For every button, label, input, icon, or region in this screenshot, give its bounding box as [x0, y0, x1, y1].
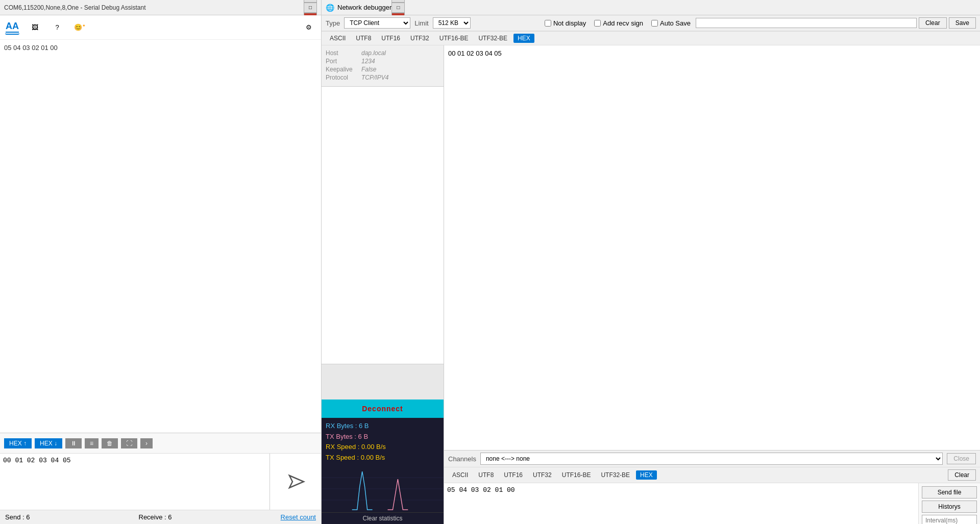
auto-save-checkbox[interactable]: [651, 20, 658, 27]
close-button[interactable]: Close: [947, 453, 976, 464]
channels-label: Channels: [448, 455, 476, 463]
network-right-column: 00 01 02 03 04 05 Channels none <---> no…: [444, 45, 980, 524]
enc-utf8-btn[interactable]: UTF8: [352, 34, 375, 43]
limit-label: Limit: [414, 19, 428, 27]
serial-input-row: [0, 454, 321, 510]
enc-ascii-btn[interactable]: ASCII: [326, 34, 350, 43]
keepalive-label: Keepalive: [326, 66, 361, 73]
enc-utf16be-btn[interactable]: UTF16-BE: [435, 34, 473, 43]
enc-utf32be-btn[interactable]: UTF32-BE: [474, 34, 511, 43]
clear-statistics-button[interactable]: Clear statistics: [322, 512, 444, 524]
help-icon[interactable]: ?: [50, 20, 64, 35]
host-row: Host dap.local: [326, 49, 439, 57]
send-status: Send : 6: [5, 513, 30, 521]
recv-text: 00 01 02 03 04 05: [448, 49, 502, 57]
tx-speed: TX Speed : 0.00 B/s: [326, 453, 439, 463]
send-right-buttons: Send file Historys Send: [919, 483, 980, 524]
auto-save-label: Auto Save: [660, 19, 691, 27]
connection-list-area: [322, 87, 444, 364]
network-main-content: Host dap.local Port 1234 Keepalive False…: [322, 45, 980, 524]
network-options-bar: Type TCP Client Limit 512 KB Not display…: [322, 15, 980, 31]
settings-icon[interactable]: ⚙: [302, 20, 316, 35]
add-recv-label: Add recv sign: [603, 19, 643, 27]
network-chart: [322, 466, 444, 512]
channels-row: Channels none <---> none Close: [444, 451, 980, 467]
serial-output-text: 05 04 03 02 01 00: [4, 44, 58, 52]
expand-button[interactable]: ⛶: [121, 438, 137, 448]
not-display-checkbox[interactable]: [545, 20, 551, 27]
svg-marker-0: [289, 476, 304, 488]
serial-debug-panel: COM6,115200,None,8,One - Serial Debug As…: [0, 0, 322, 524]
gear-icon: ⚙: [306, 23, 312, 31]
serial-maximize-button[interactable]: □: [304, 3, 317, 13]
q-icon: ?: [55, 23, 59, 31]
port-row: Port 1234: [326, 58, 439, 65]
serial-title: COM6,115200,None,8,One - Serial Debug As…: [4, 4, 304, 11]
serial-input-field[interactable]: [0, 454, 270, 510]
add-recv-group: Add recv sign: [594, 19, 643, 27]
hex-up-button[interactable]: HEX ↑: [4, 438, 32, 448]
serial-bottom-toolbar: HEX ↑ HEX ↓ ⏸ ≡ 🗑 ⛶ ›: [0, 433, 321, 454]
image-mode-icon[interactable]: 🖼: [28, 20, 42, 35]
emoji-icon[interactable]: 😊✦: [72, 20, 87, 35]
next-button[interactable]: ›: [140, 438, 153, 448]
serial-bottom-section: HEX ↑ HEX ↓ ⏸ ≡ 🗑 ⛶ ›: [0, 433, 321, 524]
send-file-button[interactable]: Send file: [922, 486, 977, 498]
img-icon: 🖼: [32, 23, 38, 31]
interval-input[interactable]: [922, 515, 977, 524]
historys-button[interactable]: Historys: [922, 501, 977, 513]
not-display-label: Not display: [553, 19, 586, 27]
send-text-input[interactable]: [444, 483, 919, 524]
disconnect-button[interactable]: Deconnect: [322, 400, 444, 418]
add-recv-checkbox[interactable]: [594, 20, 601, 27]
limit-row: Type TCP Client Limit 512 KB: [326, 17, 540, 29]
serial-toolbar: AA 🖼 ? 😊✦ ⚙: [0, 15, 321, 40]
keepalive-row: Keepalive False: [326, 66, 439, 73]
serial-title-bar: COM6,115200,None,8,One - Serial Debug As…: [0, 0, 321, 15]
protocol-row: Protocol TCP/IPV4: [326, 74, 439, 81]
pause-button[interactable]: ⏸: [65, 438, 82, 448]
limit-select[interactable]: 512 KB: [433, 17, 471, 29]
serial-send-button[interactable]: [270, 454, 321, 510]
aa-label: AA: [6, 21, 19, 33]
reset-count-button[interactable]: Reset count: [281, 513, 316, 521]
send-clear-button[interactable]: Clear: [948, 469, 976, 481]
send-enc-utf32-btn[interactable]: UTF32: [529, 470, 556, 480]
hex-down-button[interactable]: HEX ↓: [35, 438, 62, 448]
protocol-label: Protocol: [326, 74, 361, 81]
trash-button[interactable]: 🗑: [102, 438, 118, 448]
send-input-row: Send file Historys Send: [444, 483, 980, 524]
type-select[interactable]: TCP Client: [344, 17, 410, 29]
connection-info: Host dap.local Port 1234 Keepalive False…: [322, 45, 444, 87]
send-enc-utf16-btn[interactable]: UTF16: [500, 470, 527, 480]
host-value: dap.local: [361, 49, 386, 57]
send-enc-utf16be-btn[interactable]: UTF16-BE: [558, 470, 595, 480]
enc-utf16-btn[interactable]: UTF16: [377, 34, 404, 43]
stats-area: RX Bytes : 6 B TX Bytes : 6 B RX Speed :…: [322, 418, 444, 466]
network-title-bar: 🌐 Network debugger ─ □ ✕: [322, 0, 980, 15]
network-maximize-button[interactable]: □: [391, 3, 405, 13]
auto-save-group: Auto Save: [651, 19, 691, 27]
filepath-input[interactable]: D:\Desktop\tmp\mysave.exe: [696, 18, 917, 28]
network-title: Network debugger: [337, 4, 391, 11]
keepalive-value: False: [361, 66, 376, 73]
enc-utf32-btn[interactable]: UTF32: [406, 34, 433, 43]
serial-output-area: 05 04 03 02 01 00: [0, 40, 321, 433]
recv-clear-button[interactable]: Clear: [919, 17, 947, 29]
protocol-value: TCP/IPV4: [361, 74, 388, 81]
svg-rect-1: [322, 466, 444, 512]
send-enc-utf32be-btn[interactable]: UTF32-BE: [597, 470, 634, 480]
channels-select[interactable]: none <---> none: [480, 453, 943, 465]
send-enc-utf8-btn[interactable]: UTF8: [474, 470, 498, 480]
save-button[interactable]: Save: [949, 17, 976, 29]
port-value: 1234: [361, 58, 375, 65]
host-label: Host: [326, 49, 361, 57]
text-mode-icon[interactable]: AA: [5, 20, 19, 35]
network-debugger-panel: 🌐 Network debugger ─ □ ✕ Type TCP Client…: [322, 0, 980, 524]
send-enc-hex-btn[interactable]: HEX: [636, 470, 657, 480]
enc-hex-btn[interactable]: HEX: [513, 34, 534, 43]
network-title-icon: 🌐: [326, 4, 334, 12]
list-button[interactable]: ≡: [85, 438, 99, 448]
send-enc-ascii-btn[interactable]: ASCII: [448, 470, 472, 480]
rx-speed: RX Speed : 0.00 B/s: [326, 442, 439, 453]
